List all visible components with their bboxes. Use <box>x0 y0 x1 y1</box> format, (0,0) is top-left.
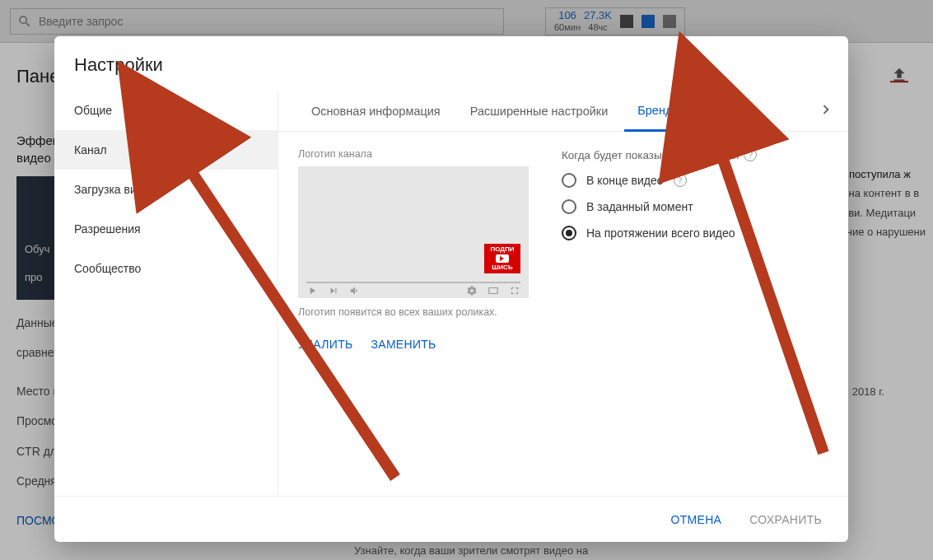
volume-icon[interactable] <box>349 285 361 296</box>
cancel-button[interactable]: ОТМЕНА <box>661 505 732 534</box>
sidebar-item-community[interactable]: Сообщество <box>54 249 278 288</box>
player-controls <box>298 283 529 298</box>
settings-modal: Настройки Общие Канал Загрузка видео Раз… <box>54 36 848 542</box>
tabs-scroll-right[interactable] <box>817 100 835 122</box>
help-icon[interactable]: ? <box>744 148 757 161</box>
tab-basic-info[interactable]: Основная информация <box>298 91 454 131</box>
next-icon[interactable] <box>328 285 339 296</box>
play-icon[interactable] <box>306 285 318 296</box>
svg-rect-1 <box>489 288 498 294</box>
sidebar-item-upload[interactable]: Загрузка видео <box>54 170 278 209</box>
theater-icon[interactable] <box>487 285 499 296</box>
sidebar-item-permissions[interactable]: Разрешения <box>54 209 278 249</box>
replace-button[interactable]: ЗАМЕНИТЬ <box>371 333 436 356</box>
radio-icon <box>562 173 576 188</box>
youtube-icon <box>496 254 509 263</box>
fullscreen-icon[interactable] <box>509 285 520 296</box>
save-button[interactable]: СОХРАНИТЬ <box>739 505 832 534</box>
modal-content: Основная информация Расширенные настройк… <box>278 91 848 496</box>
tab-advanced[interactable]: Расширенные настройки <box>457 91 622 131</box>
branding-form: Логотип канала ПОДПИ ШИСЬ <box>278 132 848 372</box>
sidebar-item-general[interactable]: Общие <box>54 91 278 130</box>
modal-sidebar: Общие Канал Загрузка видео Разрешения Со… <box>54 91 278 496</box>
watermark-logo: ПОДПИ ШИСЬ <box>484 244 520 273</box>
radio-custom-time[interactable]: В заданный момент <box>562 199 828 214</box>
when-label: Когда будет показываться логотип ? <box>562 148 828 161</box>
radio-entire-video[interactable]: На протяжении всего видео <box>562 226 828 240</box>
help-icon[interactable]: ? <box>674 174 687 187</box>
modal-footer: ОТМЕНА СОХРАНИТЬ <box>54 496 848 542</box>
radio-end-of-video[interactable]: В конце видео ? <box>562 173 828 188</box>
modal-title: Настройки <box>54 36 848 91</box>
logo-label: Логотип канала <box>298 148 529 160</box>
chevron-right-icon <box>817 100 835 119</box>
tab-access[interactable]: Досту <box>707 91 765 131</box>
radio-icon <box>562 199 576 214</box>
tab-branding[interactable]: Брендинг <box>624 91 703 132</box>
delete-button[interactable]: УДАЛИТЬ <box>298 333 352 356</box>
sidebar-item-channel[interactable]: Канал <box>54 130 278 170</box>
caption: Логотип появится во всех ваших роликах. <box>298 306 529 318</box>
settings-icon[interactable] <box>466 285 478 296</box>
radio-icon <box>562 226 576 240</box>
tabs: Основная информация Расширенные настройк… <box>278 91 848 132</box>
video-preview: ПОДПИ ШИСЬ <box>298 166 529 298</box>
